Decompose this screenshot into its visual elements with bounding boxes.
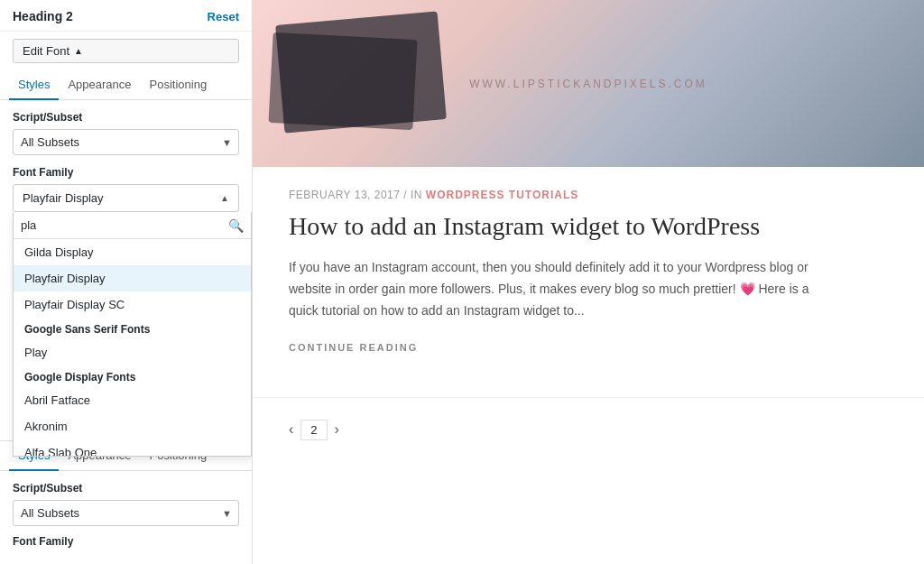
- pagination-next[interactable]: ›: [335, 421, 339, 438]
- tab-styles[interactable]: Styles: [9, 70, 59, 100]
- continue-reading-link[interactable]: CONTINUE READING: [289, 342, 418, 353]
- blog-content: FEBRUARY 13, 2017 / IN WORDPRESS TUTORIA…: [253, 167, 848, 375]
- edit-font-button[interactable]: Edit Font ▲: [13, 39, 239, 63]
- font-family-trigger[interactable]: Playfair Display ▲: [13, 184, 239, 212]
- list-item[interactable]: Playfair Display SC: [14, 291, 251, 318]
- list-item[interactable]: Gilda Display: [14, 239, 251, 265]
- post-excerpt: If you have an Instagram account, then y…: [289, 257, 812, 321]
- list-item[interactable]: Play: [14, 339, 251, 365]
- tab-appearance[interactable]: Appearance: [59, 70, 140, 100]
- tabs-row: Styles Appearance Positioning: [0, 70, 252, 100]
- blog-header-image: WWW.LIPSTICKANDPIXELS.COM: [253, 0, 924, 167]
- search-box: 🔍: [14, 212, 251, 239]
- reset-link[interactable]: Reset: [208, 10, 239, 23]
- tab-positioning[interactable]: Positioning: [141, 70, 217, 100]
- panel-header: Heading 2 Reset: [0, 0, 252, 32]
- font-family-label: Font Family: [13, 166, 239, 179]
- post-divider: [253, 397, 924, 398]
- post-meta: FEBRUARY 13, 2017 / IN WORDPRESS TUTORIA…: [289, 189, 812, 201]
- bottom-section: Script/Subset All Subsets ▼ Font Family: [0, 471, 252, 564]
- list-item[interactable]: Alfa Slab One: [14, 439, 251, 456]
- dropdown-items: Gilda Display Playfair Display Playfair …: [14, 239, 251, 456]
- pagination: ‹ 2 ›: [253, 420, 924, 440]
- script-subset-label: Script/Subset: [13, 111, 239, 124]
- script-subset-wrapper: All Subsets Latin Latin Extended Cyrilli…: [13, 129, 239, 155]
- font-search-input[interactable]: [14, 212, 221, 238]
- dropdown-arrow-icon: ▲: [220, 193, 229, 203]
- bottom-font-family-label: Font Family: [13, 535, 239, 548]
- list-item[interactable]: Akronim: [14, 413, 251, 439]
- left-panel: Heading 2 Reset Edit Font ▲ Styles Appea…: [0, 0, 253, 564]
- script-subset-select[interactable]: All Subsets Latin Latin Extended Cyrilli…: [13, 129, 239, 155]
- search-icon: 🔍: [221, 218, 251, 233]
- pagination-prev[interactable]: ‹: [289, 421, 293, 438]
- bottom-script-select[interactable]: All Subsets: [13, 500, 239, 526]
- panel-title: Heading 2: [13, 9, 73, 23]
- list-item[interactable]: Playfair Display: [14, 265, 251, 291]
- arrow-up-icon: ▲: [74, 46, 83, 56]
- bottom-script-label: Script/Subset: [13, 482, 239, 495]
- edit-font-label: Edit Font: [23, 44, 69, 58]
- pagination-current-page: 2: [300, 420, 327, 440]
- list-item[interactable]: Abril Fatface: [14, 387, 251, 413]
- bottom-select-wrapper: All Subsets ▼: [13, 500, 239, 526]
- right-panel: WWW.LIPSTICKANDPIXELS.COM FEBRUARY 13, 2…: [253, 0, 924, 564]
- post-title: How to add an Instagram widget to WordPr…: [289, 210, 812, 243]
- post-category-link[interactable]: WORDPRESS TUTORIALS: [426, 189, 578, 201]
- dropdown-group-display: Google Display Fonts: [14, 365, 251, 387]
- font-family-container: Font Family Playfair Display ▲ 🔍 Gilda D…: [0, 166, 252, 219]
- dropdown-group-sans-serif: Google Sans Serif Fonts: [14, 318, 251, 339]
- font-family-selected: Playfair Display: [23, 191, 104, 205]
- blog-header-text: WWW.LIPSTICKANDPIXELS.COM: [469, 78, 707, 90]
- post-date: FEBRUARY 13, 2017 / IN: [289, 189, 422, 201]
- font-dropdown-list: 🔍 Gilda Display Playfair Display Playfai…: [13, 212, 252, 457]
- script-subset-section: Script/Subset All Subsets Latin Latin Ex…: [0, 100, 252, 166]
